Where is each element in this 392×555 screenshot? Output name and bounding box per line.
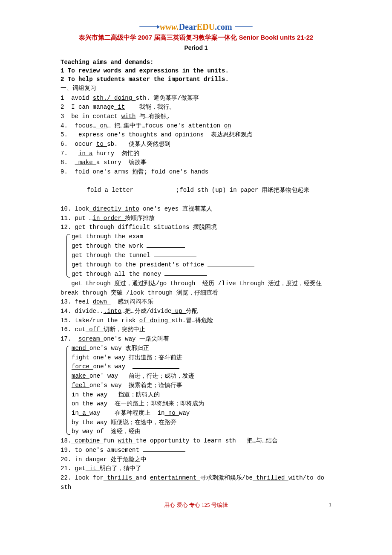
line-20: 20. in danger 处于危险之中 xyxy=(61,455,331,465)
line-17: 17. scream one's way 一路尖叫着 xyxy=(61,335,331,344)
group17-item: by the way 顺便说；在途中，在路旁 xyxy=(72,418,331,428)
group17-item: make one' way 前进，行进；成功，发迹 xyxy=(72,372,331,381)
line-8: 8. make a story 编故事 xyxy=(61,158,331,168)
logo-dear: Dear xyxy=(179,22,197,32)
line-22: 22. look for thrills and entertainment 寻… xyxy=(61,474,331,492)
line-16: 16. cut off 切断，突然中止 xyxy=(61,325,331,335)
line-15: 15. take/run the risk of doing sth.冒…得危险 xyxy=(61,316,331,326)
group17-item: on the way 在一的路上；即将到来；即将成为 xyxy=(72,399,331,409)
line-13: 13. feel down 感到闷闷不乐 xyxy=(61,298,331,307)
logo-edu: EDU xyxy=(197,22,215,32)
line-9b: fold a letter;fold sth (up) in paper 用纸把… xyxy=(61,177,331,205)
line-18: 18. combine fun with the opportunity to … xyxy=(61,436,331,446)
logo-www: www. xyxy=(160,22,179,32)
group17-item: mend one's way 改邪归正 xyxy=(72,344,331,353)
section-phrase-review: 一、词组复习 xyxy=(61,84,331,92)
line-5: 5. express one's thoughts and opinions 表… xyxy=(61,130,331,140)
group-17: mend one's way 改邪归正fight one'e way 打出道路；… xyxy=(66,344,331,436)
group17-item: feel one's way 摸索着走；谨慎行事 xyxy=(72,381,331,390)
line-6: 6. occur to sb. 使某人突然想到 xyxy=(61,140,331,149)
aim-1: 1 To review words and expressions in the… xyxy=(61,67,331,74)
group12-item: get through the exam xyxy=(72,232,331,242)
line-7: 7. in a hurry 匆忙的 xyxy=(61,149,331,159)
teaching-aims-heading: Teaching aims and demands: xyxy=(61,59,331,66)
line-10: 10. look directly into one's eyes 直视着某人 xyxy=(61,205,331,214)
line-14: 14. divide...into…把…分成/divide up 分配 xyxy=(61,307,331,316)
decor-left xyxy=(139,26,157,27)
line-1: 1 avoid sth./ doing sth. 避免某事/做某事 xyxy=(61,94,331,103)
line-21: 21. get it 明白了，猜中了 xyxy=(61,464,331,474)
page-number: 1 xyxy=(329,501,332,508)
group17-item: by way of 途经，经由 xyxy=(72,427,331,436)
page-footer: 用心 爱心 专心 125 号编辑 1 xyxy=(61,501,331,509)
document-title: 泰兴市第二高级中学 2007 届高三英语复习教学案一体化 Senior Book… xyxy=(61,34,331,42)
group17-item: force one's way xyxy=(72,362,331,372)
group17-item: in a way 在某种程度上 in no way xyxy=(72,409,331,418)
group12-item: get through the tunnel xyxy=(72,251,331,260)
line-3: 3 be in contact with 与…有接触, xyxy=(61,112,331,121)
aim-2: 2 To help students master the important … xyxy=(61,76,331,83)
line-2: 2 I can manage it 我能，我行。 xyxy=(61,103,331,112)
decor-right xyxy=(235,26,253,27)
footer-text: 用心 爱心 专心 125 号编辑 xyxy=(164,502,228,508)
line-9: 9. fold one's arms 抱臂; fold one's hands xyxy=(61,168,331,177)
line-4: 4. focus… on… 把…集中于…focus one's attentio… xyxy=(61,121,331,131)
group12-item: get through all the money xyxy=(72,270,331,279)
site-logo: www.DearEDU.com xyxy=(61,21,331,32)
line-12-head: 12. get through difficult situations 摆脱困… xyxy=(61,223,331,232)
period-label: Period 1 xyxy=(61,44,331,51)
group17-item: fight one'e way 打出道路；奋斗前进 xyxy=(72,353,331,363)
group17-item: in the way 挡道；防碍人的 xyxy=(72,390,331,400)
line-19: 19. to one's amusement xyxy=(61,446,331,455)
group-12: get through the exam get through the wor… xyxy=(66,232,331,279)
line-11: 11. put …in order 按顺序排放 xyxy=(61,214,331,223)
group12-item: get through the work xyxy=(72,242,331,251)
line-12-tail: get through 度过，通过到达/go through 经历 /live … xyxy=(61,279,331,298)
group12-item: get through to the president's office xyxy=(72,260,331,270)
logo-com: .com xyxy=(215,22,232,32)
